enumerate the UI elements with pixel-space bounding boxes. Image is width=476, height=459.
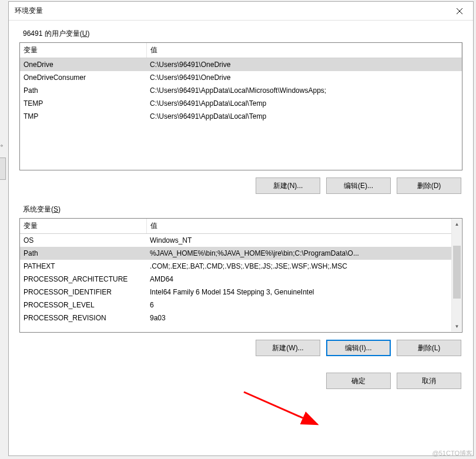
cell-variable: PROCESSOR_REVISION (20, 311, 146, 324)
column-header-variable[interactable]: 变量 (20, 43, 146, 58)
table-row[interactable]: PATHEXT.COM;.EXE;.BAT;.CMD;.VBS;.VBE;.JS… (20, 260, 452, 273)
column-header-value[interactable]: 值 (146, 43, 462, 58)
cell-variable: TMP (20, 110, 146, 123)
system-variables-label: 系统变量(S) (19, 205, 462, 215)
cell-value: C:\Users\96491\OneDrive (146, 71, 462, 84)
cell-value: C:\Users\96491\OneDrive (146, 58, 462, 72)
system-new-button[interactable]: 新建(W)... (256, 340, 320, 356)
table-row[interactable]: OSWindows_NT (20, 234, 452, 247)
cell-variable: Path (20, 84, 146, 97)
cell-value: C:\Users\96491\AppData\Local\Temp (146, 110, 462, 123)
close-button[interactable] (446, 2, 473, 21)
cell-variable: TEMP (20, 97, 146, 110)
cancel-button[interactable]: 取消 (397, 373, 461, 389)
cell-value: Windows_NT (146, 234, 452, 247)
dialog-content: 96491 的用户变量(U) 变量 值 OneDriveC:\Users\964… (9, 21, 473, 397)
cell-variable: PROCESSOR_LEVEL (20, 299, 146, 311)
user-variables-label: 96491 的用户变量(U) (19, 29, 462, 39)
cell-value: C:\Users\96491\AppData\Local\Microsoft\W… (146, 84, 462, 97)
column-header-variable[interactable]: 变量 (20, 219, 146, 234)
label-part: ) (58, 205, 61, 213)
scroll-down-arrow-icon[interactable]: ▼ (452, 321, 462, 331)
user-variables-table[interactable]: 变量 值 OneDriveC:\Users\96491\OneDriveOneD… (20, 43, 462, 123)
cell-value: 9a03 (146, 311, 452, 324)
table-header-row: 变量 值 (20, 43, 462, 58)
user-buttons-row: 新建(N)... 编辑(E)... 删除(D) (19, 177, 462, 194)
cell-variable: OneDriveConsumer (20, 71, 146, 84)
system-edit-button[interactable]: 编辑(I)... (326, 340, 391, 356)
user-variables-table-container: 变量 值 OneDriveC:\Users\96491\OneDriveOneD… (19, 42, 462, 170)
scroll-thumb[interactable] (453, 246, 461, 299)
cell-value: Intel64 Family 6 Model 154 Stepping 3, G… (146, 286, 452, 299)
background-fragment-dot: 。 (0, 138, 8, 149)
label-part: 96491 的用户变量( (23, 29, 82, 38)
cell-value: .COM;.EXE;.BAT;.CMD;.VBS;.VBE;.JS;.JSE;.… (146, 260, 452, 273)
table-row[interactable]: Path%JAVA_HOME%\bin;%JAVA_HOME%\jre\bin;… (20, 247, 452, 260)
cell-variable: PATHEXT (20, 260, 146, 273)
table-row[interactable]: TEMPC:\Users\96491\AppData\Local\Temp (20, 97, 462, 110)
ok-button[interactable]: 确定 (326, 373, 391, 389)
cell-variable: PROCESSOR_IDENTIFIER (20, 286, 146, 299)
cell-value: 6 (146, 299, 452, 311)
close-icon (457, 8, 462, 14)
table-row[interactable]: PROCESSOR_IDENTIFIERIntel64 Family 6 Mod… (20, 286, 452, 299)
cell-variable: OneDrive (20, 58, 146, 72)
table-row[interactable]: OneDriveC:\Users\96491\OneDrive (20, 58, 462, 72)
table-row[interactable]: PROCESSOR_REVISION9a03 (20, 311, 452, 324)
background-fragment-button (0, 158, 6, 180)
cell-variable: PROCESSOR_ARCHITECTURE (20, 273, 146, 286)
user-new-button[interactable]: 新建(N)... (256, 177, 320, 194)
user-edit-button[interactable]: 编辑(E)... (326, 177, 391, 194)
system-buttons-row: 新建(W)... 编辑(I)... 删除(L) (19, 340, 462, 356)
column-header-value[interactable]: 值 (146, 219, 452, 234)
titlebar: 环境变量 (9, 2, 473, 21)
label-part: 系统变量( (23, 205, 53, 213)
table-row[interactable]: TMPC:\Users\96491\AppData\Local\Temp (20, 110, 462, 123)
dialog-buttons-row: 确定 取消 (19, 373, 462, 389)
system-variables-group: 系统变量(S) 变量 值 OSWindows_NTPath%JAVA_HOME%… (19, 205, 462, 356)
cell-variable: Path (20, 247, 146, 260)
cell-value: %JAVA_HOME%\bin;%JAVA_HOME%\jre\bin;C:\P… (146, 247, 452, 260)
dialog-title: 环境变量 (15, 6, 43, 16)
user-variables-group: 96491 的用户变量(U) 变量 值 OneDriveC:\Users\964… (19, 29, 462, 194)
system-variables-table[interactable]: 变量 值 OSWindows_NTPath%JAVA_HOME%\bin;%JA… (20, 219, 452, 324)
label-hotkey: S (53, 205, 58, 213)
cell-value: C:\Users\96491\AppData\Local\Temp (146, 97, 462, 110)
table-header-row: 变量 值 (20, 219, 452, 234)
environment-variables-dialog: 环境变量 96491 的用户变量(U) 变量 值 OneDr (8, 1, 474, 456)
system-table-scrollbar[interactable]: ▲ ▼ (451, 219, 461, 331)
table-row[interactable]: OneDriveConsumerC:\Users\96491\OneDrive (20, 71, 462, 84)
table-row[interactable]: PROCESSOR_LEVEL6 (20, 299, 452, 311)
cell-variable: OS (20, 234, 146, 247)
table-row[interactable]: PROCESSOR_ARCHITECTUREAMD64 (20, 273, 452, 286)
scroll-up-arrow-icon[interactable]: ▲ (452, 219, 462, 229)
system-delete-button[interactable]: 删除(L) (397, 340, 461, 356)
table-row[interactable]: PathC:\Users\96491\AppData\Local\Microso… (20, 84, 462, 97)
watermark: @51CTO博客 (433, 449, 472, 458)
system-variables-table-container: 变量 值 OSWindows_NTPath%JAVA_HOME%\bin;%JA… (19, 218, 462, 333)
label-part: ) (87, 29, 89, 38)
user-delete-button[interactable]: 删除(D) (397, 177, 461, 194)
cell-value: AMD64 (146, 273, 452, 286)
